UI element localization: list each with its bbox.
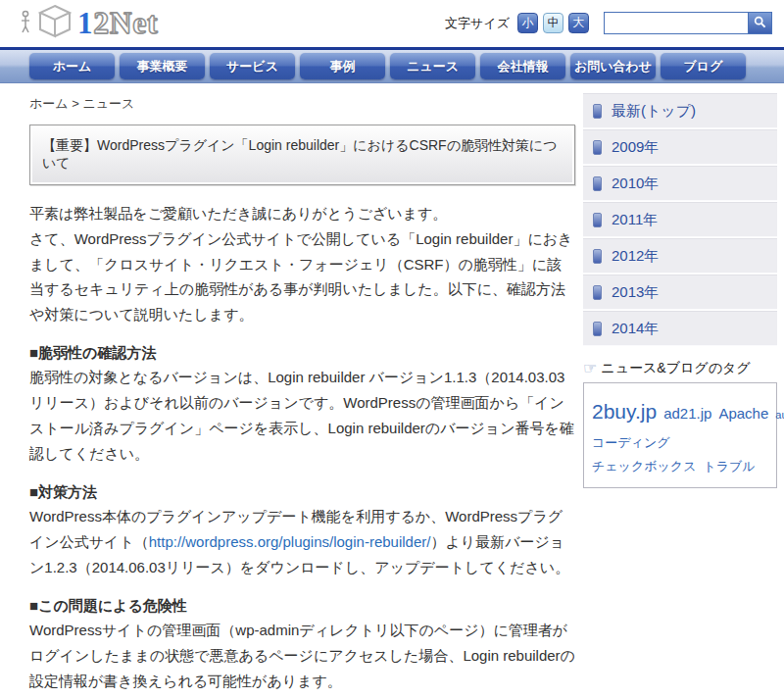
archive-item-label: 2009年 [612,138,659,157]
tag-link[interactable]: チェックボックス [592,459,696,474]
archive-item[interactable]: 2012年 [583,238,777,274]
nav-item[interactable]: お問い合わせ [570,53,656,79]
archive-item[interactable]: 2010年 [583,166,777,201]
main-nav: ホーム事業概要サービス事例ニュース会社情報お問い合わせブログ [0,47,784,83]
archive-bullet-icon [593,285,602,300]
logo-text: 12Net [77,6,158,41]
archive-item[interactable]: 最新(トップ) [583,93,777,128]
font-size-large-button[interactable]: 大 [568,13,589,33]
breadcrumb-current: ニュース [82,96,134,111]
tag-section-header: ☞ ニュース&ブログのタグ [583,360,777,377]
archive-item[interactable]: 2013年 [583,275,777,310]
archive-item-label: 最新(トップ) [612,102,696,121]
tag-section-title: ニュース&ブログのタグ [601,360,750,377]
nav-item[interactable]: サービス [210,53,295,79]
article-content: ホーム > ニュース 【重要】WordPressプラグイン「Login rebu… [29,91,575,699]
font-size-label: 文字サイズ [445,15,510,32]
archive-item-label: 2010年 [612,175,659,193]
sidebar: 最新(トップ)2009年2010年2011年2012年2013年2014年 ☞ … [583,91,777,699]
header-controls: 文字サイズ 小 中 大 [445,12,772,34]
intro-line-1: 平素は弊社製品をご愛顧いただき誠にありがとうございます。 [29,201,575,226]
section-heading-risk: ■この問題による危険性 [29,593,575,619]
nav-item[interactable]: 会社情報 [480,53,565,79]
search-box [604,12,772,34]
nav-item[interactable]: ニュース [390,53,475,79]
archive-item-label: 2013年 [612,283,659,302]
nav-item[interactable]: 事例 [300,53,385,79]
archive-list: 最新(トップ)2009年2010年2011年2012年2013年2014年 [583,93,777,346]
site-header: 12Net 文字サイズ 小 中 大 [0,0,784,47]
nav-item[interactable]: 事業概要 [120,53,205,79]
search-button[interactable] [748,13,771,33]
hand-pointer-icon: ☞ [583,361,597,376]
section-body-risk: WordPressサイトの管理画面（wp-adminディレクトリ以下のページ）に… [29,618,575,693]
article-title: 【重要】WordPressプラグイン「Login rebuilder」におけるC… [29,125,575,185]
breadcrumb-home-link[interactable]: ホーム [29,96,69,111]
font-size-small-button[interactable]: 小 [517,13,538,33]
archive-bullet-icon [593,213,602,227]
intro-line-2: さて、WordPressプラグイン公式サイトで公開している「Login rebu… [29,226,575,327]
tag-link[interactable]: トラブル [703,459,755,474]
main-area: ホーム > ニュース 【重要】WordPressプラグイン「Login rebu… [0,83,784,699]
tag-link[interactable]: 2buy.jp [592,400,657,423]
nav-item[interactable]: ホーム [29,53,115,79]
archive-item-label: 2014年 [612,320,659,338]
archive-item[interactable]: 2009年 [583,129,777,165]
magnifier-icon [754,15,766,32]
cube-icon [36,4,74,43]
breadcrumb: ホーム > ニュース [29,95,575,113]
section-body-check: 脆弱性の対象となるバージョンは、Login rebuilder バージョン1.1… [29,365,575,466]
search-input[interactable] [605,13,748,33]
section-heading-check: ■脆弱性の確認方法 [29,340,575,366]
stick-figure-icon [20,8,32,39]
archive-item[interactable]: 2014年 [583,311,777,346]
archive-bullet-icon [593,176,602,191]
archive-bullet-icon [593,140,602,155]
font-size-medium-button[interactable]: 中 [543,13,564,33]
plugin-site-link[interactable]: http://wordpress.org/plugins/login-rebui… [149,533,431,550]
nav-item[interactable]: ブログ [661,53,746,79]
section-body-fix: WordPress本体のプラグインアップデート機能を利用するか、WordPres… [29,504,575,579]
archive-bullet-icon [593,322,602,336]
archive-bullet-icon [593,104,602,119]
breadcrumb-separator: > [69,96,83,111]
archive-bullet-icon [593,249,602,264]
archive-item[interactable]: 2011年 [583,202,777,237]
tag-link[interactable]: Apache [718,405,768,422]
tag-link[interactable]: コーディング [592,435,670,450]
tag-cloud: 2buy.jpad21.jpApacheauAWStatsCDNChromeCM… [583,382,777,488]
site-logo[interactable]: 12Net [20,4,158,43]
archive-item-label: 2012年 [612,247,659,266]
tag-link[interactable]: ad21.jp [663,405,711,422]
archive-item-label: 2011年 [612,211,658,229]
tag-link[interactable]: au [775,409,784,421]
section-heading-fix: ■対策方法 [29,479,575,505]
